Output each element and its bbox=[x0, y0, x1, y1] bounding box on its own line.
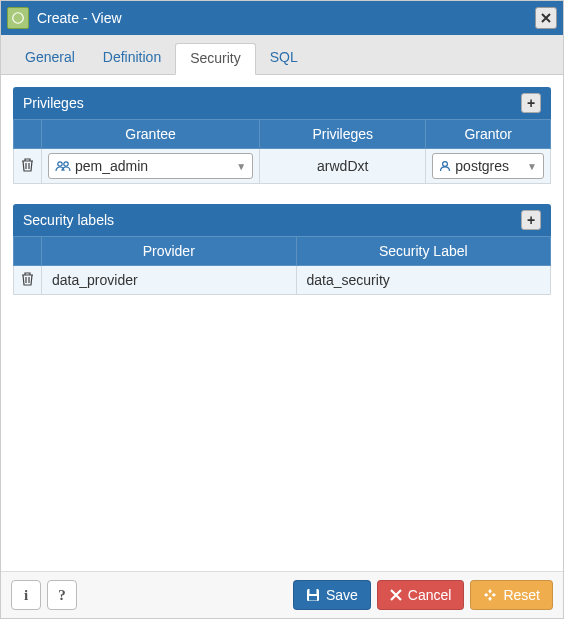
privileges-table: Grantee Privileges Grantor bbox=[13, 119, 551, 184]
reset-icon bbox=[483, 588, 497, 602]
cancel-button[interactable]: Cancel bbox=[377, 580, 465, 610]
add-security-label-button[interactable]: + bbox=[521, 210, 541, 230]
group-role-icon bbox=[55, 160, 71, 172]
reset-label: Reset bbox=[503, 587, 540, 603]
seclabel-col-delete bbox=[14, 237, 42, 266]
plus-icon: + bbox=[527, 95, 535, 111]
save-label: Save bbox=[326, 587, 358, 603]
svg-rect-6 bbox=[309, 596, 317, 601]
close-icon bbox=[541, 13, 551, 23]
security-label-row: data_provider data_security bbox=[14, 266, 551, 295]
svg-point-3 bbox=[443, 162, 448, 167]
app-icon bbox=[7, 7, 29, 29]
chevron-down-icon: ▼ bbox=[236, 161, 246, 172]
delete-privilege-button[interactable] bbox=[21, 158, 34, 172]
window-title: Create - View bbox=[37, 10, 122, 26]
privileges-panel: Privileges + Grantee Privileges bbox=[13, 87, 551, 184]
trash-icon bbox=[21, 272, 34, 286]
titlebar: Create - View bbox=[1, 1, 563, 35]
security-labels-header: Security labels + bbox=[13, 204, 551, 236]
privileges-value[interactable]: arwdDxt bbox=[266, 156, 419, 176]
grantor-value: postgres bbox=[455, 158, 527, 174]
delete-security-label-button[interactable] bbox=[21, 272, 34, 286]
privileges-col-delete bbox=[14, 120, 42, 149]
provider-value[interactable]: data_provider bbox=[48, 270, 290, 290]
help-button[interactable]: ? bbox=[47, 580, 77, 610]
tab-bar: General Definition Security SQL bbox=[1, 35, 563, 75]
tab-general[interactable]: General bbox=[11, 43, 89, 74]
seclabel-col-label: Security Label bbox=[296, 237, 551, 266]
privileges-col-grantor: Grantor bbox=[426, 120, 551, 149]
close-button[interactable] bbox=[535, 7, 557, 29]
svg-point-2 bbox=[64, 162, 68, 166]
info-button[interactable]: i bbox=[11, 580, 41, 610]
add-privilege-button[interactable]: + bbox=[521, 93, 541, 113]
svg-rect-5 bbox=[309, 589, 316, 594]
privileges-row: pem_admin ▼ arwdDxt bbox=[14, 149, 551, 184]
tab-definition[interactable]: Definition bbox=[89, 43, 175, 74]
dialog-footer: i ? Save Cancel Reset bbox=[1, 571, 563, 618]
save-button[interactable]: Save bbox=[293, 580, 371, 610]
security-labels-title: Security labels bbox=[23, 212, 521, 228]
plus-icon: + bbox=[527, 212, 535, 228]
trash-icon bbox=[21, 158, 34, 172]
tab-content-security: Privileges + Grantee Privileges bbox=[1, 75, 563, 571]
security-labels-table: Provider Security Label bbox=[13, 236, 551, 295]
tab-sql[interactable]: SQL bbox=[256, 43, 312, 74]
grantor-select[interactable]: postgres ▼ bbox=[432, 153, 544, 179]
info-icon: i bbox=[24, 587, 28, 604]
help-icon: ? bbox=[58, 587, 66, 604]
seclabel-col-provider: Provider bbox=[42, 237, 297, 266]
svg-point-1 bbox=[58, 162, 62, 166]
privileges-header: Privileges + bbox=[13, 87, 551, 119]
cancel-label: Cancel bbox=[408, 587, 452, 603]
privileges-title: Privileges bbox=[23, 95, 521, 111]
chevron-down-icon: ▼ bbox=[527, 161, 537, 172]
save-icon bbox=[306, 588, 320, 602]
svg-point-0 bbox=[13, 13, 24, 24]
grantee-select[interactable]: pem_admin ▼ bbox=[48, 153, 253, 179]
tab-security[interactable]: Security bbox=[175, 43, 256, 75]
privileges-col-privileges: Privileges bbox=[260, 120, 426, 149]
dialog-create-view: Create - View General Definition Securit… bbox=[0, 0, 564, 619]
grantee-value: pem_admin bbox=[75, 158, 236, 174]
reset-button[interactable]: Reset bbox=[470, 580, 553, 610]
security-labels-panel: Security labels + Provider Security Labe… bbox=[13, 204, 551, 295]
privileges-col-grantee: Grantee bbox=[42, 120, 260, 149]
security-label-value[interactable]: data_security bbox=[303, 270, 545, 290]
cancel-icon bbox=[390, 589, 402, 601]
user-role-icon bbox=[439, 160, 451, 172]
